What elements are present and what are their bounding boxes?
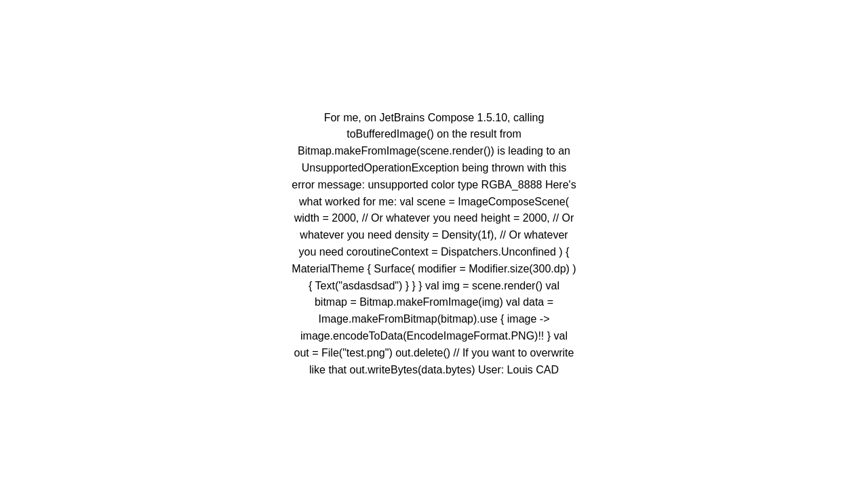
main-content: For me, on JetBrains Compose 1.5.10, cal… (292, 110, 576, 379)
